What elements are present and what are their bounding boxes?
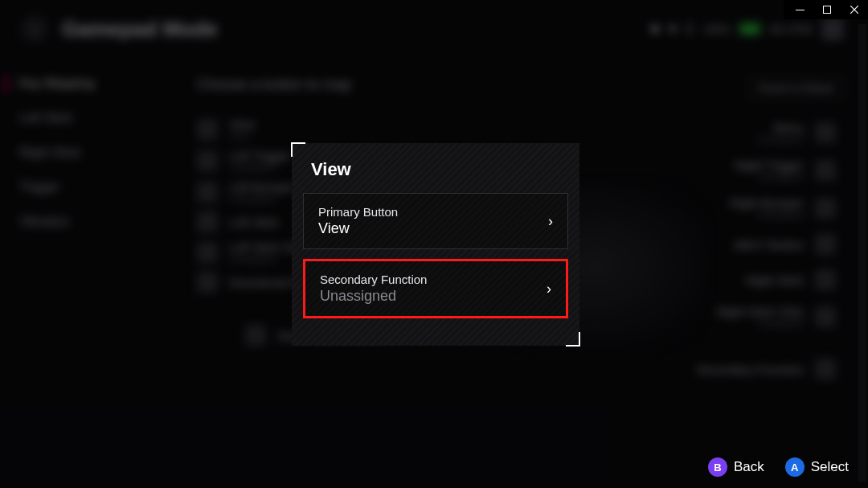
back-label: Back: [734, 459, 764, 475]
close-button[interactable]: [841, 0, 868, 19]
window: Gamepad Mode ♥ 100% 06:17PM Key Mapping …: [0, 0, 868, 488]
svg-rect-1: [824, 6, 831, 14]
primary-button-option[interactable]: Primary Button View ›: [303, 193, 568, 249]
minimize-button[interactable]: [786, 0, 813, 19]
modal-title: View: [311, 159, 579, 180]
view-mapping-modal: View Primary Button View › Secondary Fun…: [292, 143, 579, 346]
select-hint[interactable]: A Select: [785, 457, 849, 477]
option-label: Secondary Function: [320, 273, 427, 286]
footer-hints: B Back A Select: [708, 457, 849, 477]
back-hint[interactable]: B Back: [708, 457, 764, 477]
chevron-right-icon: ›: [547, 281, 551, 297]
option-value: View: [318, 220, 398, 237]
maximize-button[interactable]: [813, 0, 841, 19]
option-label: Primary Button: [318, 205, 398, 219]
select-label: Select: [811, 459, 849, 475]
option-value: Unassigned: [320, 288, 427, 305]
window-titlebar: [784, 0, 868, 19]
b-button-icon: B: [708, 457, 727, 477]
secondary-function-option[interactable]: Secondary Function Unassigned ›: [303, 259, 568, 318]
a-button-icon: A: [785, 457, 805, 477]
chevron-right-icon: ›: [548, 213, 553, 230]
